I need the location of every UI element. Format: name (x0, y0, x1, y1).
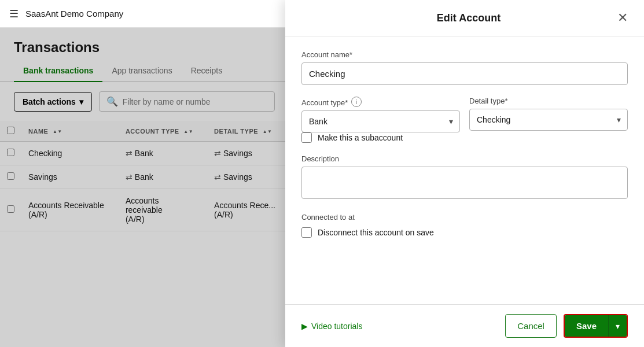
col-account-type[interactable]: ACCOUNT TYPE ▲▼ (119, 121, 207, 142)
description-label: Description (301, 154, 628, 163)
video-link-label: Video tutorials (311, 322, 362, 331)
cancel-button[interactable]: Cancel (505, 314, 557, 338)
col-detail-type[interactable]: DETAIL TYPE ▲▼ (207, 121, 289, 142)
transfer-icon-2: ⇄ (126, 172, 133, 182)
play-circle-icon: ▶ (301, 322, 308, 331)
account-type-label: Account type* (301, 98, 348, 107)
row-checkbox-3[interactable] (7, 205, 14, 213)
subaccount-checkbox[interactable] (301, 132, 312, 143)
row-account-type-3: Accountsreceivable(A/R) (119, 189, 207, 231)
col-checkbox (0, 121, 21, 142)
detail-type-col: Detail type* Checking Savings Money Mark… (469, 97, 628, 131)
transfer-icon-dt-2: ⇄ (214, 172, 221, 182)
detail-type-select-wrapper: Checking Savings Money Market Rents Held… (469, 109, 628, 131)
table-row: Accounts Receivable(A/R) Accountsreceiva… (0, 189, 289, 231)
company-name: SaasAnt Demo Company (25, 9, 123, 19)
select-all-checkbox[interactable] (7, 127, 14, 134)
search-icon: 🔍 (106, 96, 118, 107)
type-row: Account type* i Bank Accounts receivable… (301, 97, 628, 132)
row-detail-type-3: Accounts Rece...(A/R) (207, 189, 289, 231)
account-name-label: Account name* (301, 50, 628, 59)
row-detail-type-1: ⇄ Savings (207, 142, 289, 165)
subaccount-group: Make this a subaccount (301, 132, 628, 143)
table-row: Savings ⇄ Bank ⇄ Savings (0, 165, 289, 189)
col-name[interactable]: NAME ▲▼ (21, 121, 119, 142)
row-checkbox-1[interactable] (7, 149, 14, 156)
footer-actions: Cancel Save ▾ (505, 314, 628, 338)
filter-input[interactable] (123, 97, 267, 106)
disconnect-row: Disconnect this account on save (301, 227, 628, 238)
transfer-icon-dt-1: ⇄ (214, 149, 221, 158)
batch-actions-label: Batch actions (23, 97, 76, 106)
account-type-select-wrapper: Bank Accounts receivable Other Current A… (301, 110, 460, 132)
table-row: Checking ⇄ Bank ⇄ Savings (0, 142, 289, 165)
sort-icon-detail-type: ▲▼ (263, 129, 273, 134)
tab-receipts[interactable]: Receipts (182, 60, 231, 82)
disconnect-checkbox[interactable] (301, 227, 312, 238)
save-button-group: Save ▾ (564, 314, 628, 338)
save-button[interactable]: Save (565, 315, 608, 337)
account-name-input[interactable] (301, 62, 628, 85)
subaccount-label: Make this a subaccount (318, 133, 403, 142)
description-input[interactable] (301, 167, 628, 199)
modal-header: Edit Account ✕ (285, 28, 644, 36)
toolbar: Batch actions ▾ 🔍 (0, 82, 289, 121)
account-type-col: Account type* i Bank Accounts receivable… (301, 97, 460, 132)
tab-bank-transactions[interactable]: Bank transactions (14, 60, 102, 82)
detail-type-select[interactable]: Checking Savings Money Market Rents Held… (469, 109, 628, 131)
filter-wrapper: 🔍 (99, 91, 275, 112)
row-account-type-2: ⇄ Bank (119, 165, 207, 189)
disconnect-label: Disconnect this account on save (318, 228, 434, 237)
row-account-type-1: ⇄ Bank (119, 142, 207, 165)
transfer-icon-1: ⇄ (126, 149, 133, 158)
row-detail-type-2: ⇄ Savings (207, 165, 289, 189)
tab-app-transactions[interactable]: App transactions (102, 60, 181, 82)
sort-icon-account-type: ▲▼ (183, 129, 193, 134)
modal-body: Account name* Account type* i Bank Accou… (285, 36, 644, 304)
info-icon[interactable]: i (351, 97, 362, 107)
tabs-bar: Bank transactions App transactions Recei… (0, 60, 289, 82)
menu-icon[interactable]: ☰ (9, 8, 19, 20)
sort-icon-name: ▲▼ (53, 129, 62, 134)
row-checkbox-2[interactable] (7, 172, 14, 180)
main-area: Transactions Bank transactions App trans… (0, 28, 644, 347)
row-name-3: Accounts Receivable(A/R) (21, 189, 119, 231)
account-type-select[interactable]: Bank Accounts receivable Other Current A… (301, 110, 460, 132)
edit-account-modal: Edit Account ✕ Account name* Account typ… (285, 28, 644, 347)
subaccount-row: Make this a subaccount (301, 132, 628, 143)
connected-to-label: Connected to at (301, 213, 628, 222)
accounts-table: NAME ▲▼ ACCOUNT TYPE ▲▼ DETAIL TYPE ▲▼ (0, 121, 289, 347)
video-tutorials-link[interactable]: ▶ Video tutorials (301, 322, 362, 331)
left-panel: Transactions Bank transactions App trans… (0, 28, 289, 347)
detail-type-label: Detail type* (469, 97, 628, 105)
save-chevron-icon: ▾ (616, 322, 620, 331)
chevron-down-icon: ▾ (79, 97, 83, 106)
description-group: Description (301, 154, 628, 201)
modal-footer: ▶ Video tutorials Cancel Save ▾ (285, 304, 644, 347)
row-name-1: Checking (21, 142, 119, 165)
connected-group: Connected to at Disconnect this account … (301, 213, 628, 238)
save-dropdown-button[interactable]: ▾ (608, 315, 627, 337)
account-type-label-row: Account type* i (301, 97, 460, 107)
account-name-group: Account name* (301, 50, 628, 85)
row-name-2: Savings (21, 165, 119, 189)
page-title: Transactions (0, 28, 289, 60)
batch-actions-button[interactable]: Batch actions ▾ (14, 92, 92, 112)
